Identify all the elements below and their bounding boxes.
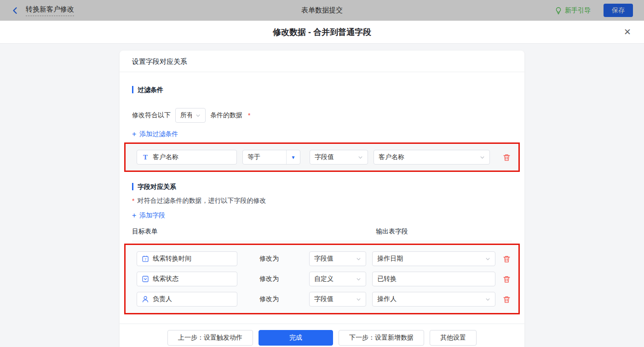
section-title-filter: 过滤条件 [132,86,524,93]
modify-to-label: 修改为 [259,295,280,303]
calendar-icon: 7 [142,255,149,262]
mapping-columns-header: 目标表单 输出表字段 [132,228,512,236]
filter-field-value: 客户名称 [153,153,178,161]
page-title: 表单数据提交 [0,6,644,15]
add-field-link[interactable]: + 添加字段 [132,211,165,220]
chevron-down-icon [196,113,201,118]
add-filter-condition-link[interactable]: + 添加过滤条件 [132,130,178,138]
card-title: 设置字段对应关系 [120,51,524,72]
modify-to-label: 修改为 [259,255,280,263]
value-type-select[interactable]: 自定义 [309,272,366,286]
dialog-title-bar: 修改数据 - 合并到普通字段 ✕ [0,21,644,44]
output-field-select[interactable]: 操作人 [372,292,495,307]
annotation-box-mapping: 7 线索转换时间 修改为 字段值 操作日期 [124,244,520,314]
value-type-value: 字段值 [315,153,354,161]
columns-divider [132,241,512,241]
plus-icon: + [132,131,136,137]
condition-suffix: 条件的数据 [210,111,242,119]
chevron-down-icon [358,155,363,160]
filter-condition-row: T 客户名称 等于 ▼ 字段值 客户名称 [126,144,518,171]
delete-trash-icon[interactable] [502,153,511,162]
mapping-row: 7 线索转换时间 修改为 字段值 操作日期 [137,251,511,266]
annotation-box-filter: T 客户名称 等于 ▼ 字段值 客户名称 [124,142,520,172]
required-asterisk: * [132,197,134,205]
required-asterisk: * [248,112,250,119]
column-header-target-form: 目标表单 [132,228,376,236]
value-type-value: 自定义 [314,275,352,283]
done-button[interactable]: 完成 [259,330,333,346]
mapping-row: 线索状态 修改为 自定义 已转换 [137,272,511,286]
chevron-down-icon [485,297,490,302]
mapping-description-line: * 对符合过滤条件的数据，进行以下字段的修改 [132,197,524,205]
operator-select[interactable]: 等于 ▼ [242,150,300,165]
add-filter-condition-label: 添加过滤条件 [139,130,178,138]
match-mode-select[interactable]: 所有 [175,108,206,123]
condition-line: 修改符合以下 所有 条件的数据 * [132,108,524,123]
custom-value-input[interactable]: 已转换 [372,272,495,286]
chevron-down-icon [356,297,361,302]
target-field-input[interactable]: 负责人 [137,292,237,307]
operator-value: 等于 [243,153,282,161]
value-type-select[interactable]: 字段值 [310,150,368,165]
match-mode-value: 所有 [180,111,192,119]
text-field-icon: T [142,154,149,161]
filter-value-select[interactable]: 客户名称 [374,150,490,165]
modify-data-dialog: 修改数据 - 合并到普通字段 ✕ 设置字段对应关系 过滤条件 修改符合以下 所有… [0,21,644,347]
top-bar: 转换新客户修改 表单数据提交 新手引导 保存 [0,0,644,21]
beginner-guide-link[interactable]: 新手引导 [555,6,591,15]
filter-value: 客户名称 [379,153,476,161]
select-field-icon [142,275,149,283]
column-header-output-field: 输出表字段 [376,228,408,236]
footer-buttons: 上一步：设置触发动作 完成 下一步：设置新增数据 其他设置 [120,324,524,347]
condition-prefix: 修改符合以下 [132,111,171,119]
target-field-input[interactable]: 7 线索转换时间 [137,251,237,266]
lightbulb-icon [555,7,562,14]
delete-trash-icon[interactable] [502,254,511,263]
target-field-value: 线索转换时间 [153,255,191,263]
delete-trash-icon[interactable] [502,274,511,284]
output-field-value: 操作人 [377,295,482,303]
target-field-value: 负责人 [153,295,172,303]
mapping-rows: 7 线索转换时间 修改为 字段值 操作日期 [126,245,518,313]
chevron-down-icon [356,256,361,262]
mapping-row: 负责人 修改为 字段值 操作人 [137,292,511,307]
next-step-button[interactable]: 下一步：设置新增数据 [339,330,424,346]
dialog-title: 修改数据 - 合并到普通字段 [273,27,371,38]
beginner-guide-label: 新手引导 [565,6,591,15]
prev-step-button[interactable]: 上一步：设置触发动作 [167,330,253,346]
save-button[interactable]: 保存 [604,4,633,17]
modify-to-label: 修改为 [259,275,280,283]
filter-field-input[interactable]: T 客户名称 [137,150,237,165]
user-icon [142,296,149,303]
target-field-input[interactable]: 线索状态 [137,272,237,286]
value-type-value: 字段值 [314,255,352,263]
plus-icon: + [132,212,136,219]
chevron-down-icon [480,155,485,160]
output-field-value: 操作日期 [377,255,482,263]
close-icon[interactable]: ✕ [622,27,633,38]
target-field-value: 线索状态 [153,275,178,283]
section-title-mapping: 字段对应关系 [132,183,524,190]
value-type-select[interactable]: 字段值 [309,292,366,307]
value-type-value: 字段值 [314,295,352,303]
svg-text:7: 7 [144,257,146,262]
delete-trash-icon[interactable] [502,295,511,304]
add-field-label: 添加字段 [139,211,165,220]
output-field-select[interactable]: 操作日期 [372,251,495,266]
chevron-down-icon [356,277,361,282]
custom-value: 已转换 [377,275,397,283]
chevron-down-icon [485,256,490,262]
mapping-description: 对符合过滤条件的数据，进行以下字段的修改 [137,197,266,205]
settings-card: 设置字段对应关系 过滤条件 修改符合以下 所有 条件的数据 * + 添加过滤条件… [120,51,524,347]
caret-down-icon[interactable]: ▼ [286,150,300,164]
value-type-select[interactable]: 字段值 [309,251,366,266]
other-settings-button[interactable]: 其他设置 [430,330,477,346]
